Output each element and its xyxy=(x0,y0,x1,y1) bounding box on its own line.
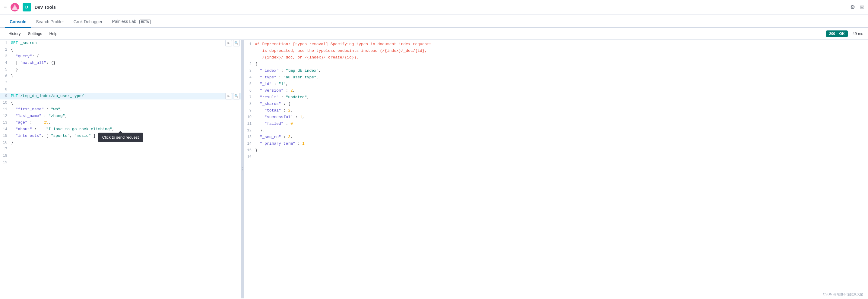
settings-icon[interactable]: ⚙ xyxy=(850,4,855,10)
run-button-1[interactable]: ▷ xyxy=(225,40,232,46)
app-title: Dev Tools xyxy=(35,4,56,10)
out-line-5: 5 "_id" : "1", xyxy=(244,81,868,88)
code-line-5: 5 } xyxy=(0,66,241,73)
secondary-toolbar: History Settings Help 200 – OK 49 ms xyxy=(0,28,868,40)
out-line-6: 6 "_version" : 2, xyxy=(244,88,868,94)
out-line-4: 4 "_type" : "au_user_type", xyxy=(244,74,868,81)
beta-badge: BETA xyxy=(140,20,151,24)
out-line-8: 8 "_shards" : { xyxy=(244,101,868,107)
output-pane: 1 #! Deprecation: [types removal] Specif… xyxy=(244,40,868,298)
code-line-9: 9 PUT /tmp_db_index/au_user_type/1 ▷ 🔍 xyxy=(0,93,241,99)
out-line-7: 7 "result" : "updated", xyxy=(244,94,868,101)
code-line-1: 1 GET _search ▷ 🔍 xyxy=(0,40,241,46)
tab-search-profiler[interactable]: Search Profiler xyxy=(31,16,69,27)
top-bar-right: ⚙ ✉ xyxy=(850,4,864,10)
code-line-12: 12 "last_name" : "zhang", xyxy=(0,113,241,119)
settings-button[interactable]: Settings xyxy=(24,28,45,40)
top-bar: ≡ D Dev Tools ⚙ ✉ xyxy=(0,0,868,14)
tooltip-box: Click to send request xyxy=(98,133,143,142)
out-line-10: 10 "successful" : 1, xyxy=(244,114,868,121)
out-line-11: 11 "failed" : 0 xyxy=(244,121,868,127)
tab-grok-debugger[interactable]: Grok Debugger xyxy=(69,16,107,27)
line-1-actions: ▷ 🔍 xyxy=(225,40,240,46)
hamburger-icon[interactable]: ≡ xyxy=(4,4,7,10)
history-button[interactable]: History xyxy=(5,28,24,40)
tooltip-text: Click to send request xyxy=(102,135,139,139)
code-line-18: 18 xyxy=(0,153,241,159)
tools-button-9[interactable]: 🔍 xyxy=(233,93,240,99)
code-line-4: 4 | "match_all": {} xyxy=(0,60,241,66)
code-line-11: 11 "first_name" : "wb", xyxy=(0,106,241,113)
out-line-12: 12 }, xyxy=(244,127,868,134)
tooltip-container: Click to send request xyxy=(98,133,143,142)
out-line-14: 14 "_primary_term" : 1 xyxy=(244,140,868,147)
avatar[interactable]: D xyxy=(23,3,31,11)
tab-console[interactable]: Console xyxy=(5,16,31,27)
tab-painless-lab[interactable]: Painless Lab BETA xyxy=(107,16,156,27)
editor-pane: 1 GET _search ▷ 🔍 2 { 3 "query": { 4 | xyxy=(0,40,241,298)
code-line-10: 10 { xyxy=(0,99,241,106)
code-line-7: 7 xyxy=(0,79,241,86)
watermark: CSDN @啥也不懂的派大星 xyxy=(823,292,863,297)
output-content: 1 #! Deprecation: [types removal] Specif… xyxy=(244,40,868,162)
code-line-2: 2 { xyxy=(0,46,241,53)
code-line-8: 8 xyxy=(0,86,241,93)
mail-icon[interactable]: ✉ xyxy=(860,4,864,10)
out-line-9: 9 "total" : 2, xyxy=(244,107,868,114)
status-badge: 200 – OK xyxy=(826,30,847,37)
pane-divider[interactable]: ⋮ xyxy=(241,40,244,298)
run-button-9[interactable]: ▷ xyxy=(225,93,232,99)
out-line-13: 13 "_seq_no" : 3, xyxy=(244,134,868,140)
code-line-6: 6 } xyxy=(0,73,241,79)
out-line-3: 3 "_index" : "tmp_db_index", xyxy=(244,68,868,74)
response-time: 49 ms xyxy=(852,31,863,36)
help-button[interactable]: Help xyxy=(45,28,61,40)
code-line-17: 17 xyxy=(0,146,241,153)
tab-bar: Console Search Profiler Grok Debugger Pa… xyxy=(0,14,868,28)
code-editor[interactable]: 1 GET _search ▷ 🔍 2 { 3 "query": { 4 | xyxy=(0,40,241,298)
main-content: 1 GET _search ▷ 🔍 2 { 3 "query": { 4 | xyxy=(0,40,868,298)
code-line-3: 3 "query": { xyxy=(0,53,241,60)
out-line-15: 15 } xyxy=(244,147,868,154)
out-line-2: 2 { xyxy=(244,61,868,68)
line-9-actions: ▷ 🔍 xyxy=(225,93,240,99)
tools-button-1[interactable]: 🔍 xyxy=(233,40,240,46)
kibana-logo xyxy=(10,3,19,11)
code-line-13: 13 "age" : 25, xyxy=(0,119,241,126)
out-line-1: 1 #! Deprecation: [types removal] Specif… xyxy=(244,41,868,61)
code-line-19: 19 xyxy=(0,159,241,166)
out-line-16: 16 xyxy=(244,154,868,160)
